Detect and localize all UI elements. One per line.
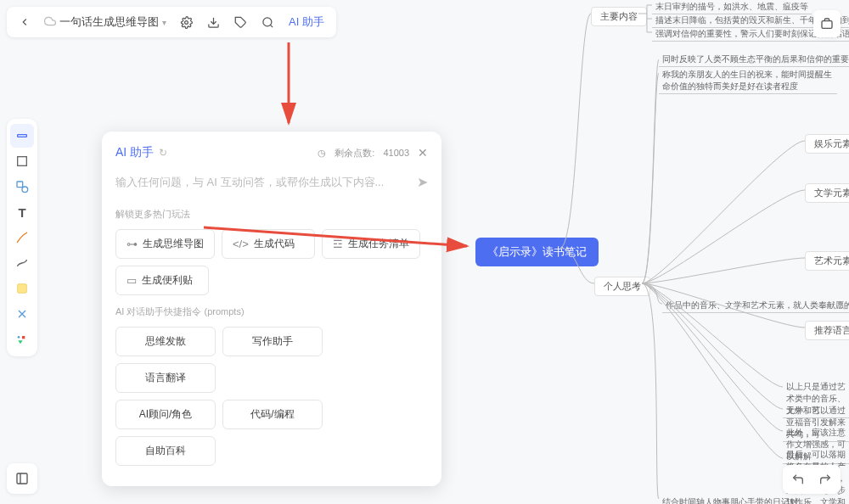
svg-marker-12 [18, 340, 22, 344]
send-button[interactable]: ➤ [417, 174, 428, 190]
tasklist-icon: ☲ [333, 238, 343, 250]
section-popular-label: 解锁更多热门玩法 [115, 208, 428, 221]
redo-button[interactable] [813, 468, 837, 490]
back-button[interactable] [12, 9, 37, 35]
svg-rect-13 [17, 473, 27, 484]
tool-frame[interactable] [10, 149, 34, 173]
prompt-translate-button[interactable]: 语言翻译 [115, 363, 216, 393]
tool-sticky[interactable] [10, 277, 34, 300]
mindmap-center-node[interactable]: 《启示录》读书笔记 [475, 238, 599, 266]
svg-rect-5 [18, 135, 27, 137]
tool-more[interactable] [10, 328, 34, 351]
svg-point-8 [22, 187, 28, 193]
remaining-count: 41003 [383, 148, 409, 158]
refresh-icon[interactable]: ↻ [159, 147, 167, 159]
prompt-writer-button[interactable]: 写作助手 [222, 327, 323, 356]
branch-personal-thoughts[interactable]: 个人思考 [594, 277, 650, 296]
svg-rect-11 [22, 336, 25, 339]
search-button[interactable] [255, 9, 280, 35]
leaf-node[interactable]: 作品中的音乐、文学和艺术元素，就人类奉献愿的得得很敬管 [662, 299, 849, 313]
chevron-down-icon: ▾ [162, 18, 166, 27]
leaf-node[interactable]: 同时反映了人类不顾生态平衡的后果和信仰的重要性 [659, 53, 849, 67]
remaining-label: 剩余点数: [335, 147, 374, 160]
undo-redo-bar [783, 465, 841, 494]
tool-connector[interactable] [10, 251, 34, 275]
section-prompts-label: AI 对话助手快捷指令 (prompts) [115, 305, 428, 318]
toolbox-button[interactable] [813, 10, 841, 37]
subnode-art[interactable]: 艺术元素 [805, 251, 849, 271]
svg-rect-17 [822, 21, 832, 29]
ai-assistant-link[interactable]: AI 助手 [282, 14, 331, 30]
tool-mindmap[interactable] [10, 302, 34, 326]
subnode-entertainment[interactable]: 娱乐元素 [805, 134, 849, 154]
left-toolbar: T [7, 119, 37, 356]
undo-button[interactable] [786, 468, 810, 490]
leaf-node[interactable]: 称我的亲朋友人的生日的祝来，能时间提醒生命价值的独特而美好是好在读者程度 [659, 68, 837, 94]
generate-code-button[interactable]: </> 生成代码 [222, 229, 315, 259]
leaf-node[interactable]: 结合时间轴人物事朋心手带的日记对 [659, 496, 801, 504]
tool-pen[interactable] [10, 226, 34, 249]
svg-point-10 [18, 336, 20, 339]
svg-line-4 [270, 25, 273, 27]
code-icon: </> [233, 238, 249, 250]
svg-point-3 [262, 17, 271, 25]
generate-tasklist-button[interactable]: ☲ 生成任务清单 [322, 229, 420, 259]
sticky-icon: ▭ [127, 274, 137, 287]
branch-main-content[interactable]: 主要内容 [591, 7, 647, 26]
subnode-literature[interactable]: 文学元素 [805, 183, 849, 203]
cloud-icon [44, 15, 56, 30]
tool-text[interactable]: T [10, 200, 34, 224]
tool-select[interactable] [10, 124, 34, 148]
svg-rect-9 [18, 284, 27, 294]
svg-rect-7 [17, 182, 23, 188]
prompt-diverge-button[interactable]: 思维发散 [115, 327, 216, 356]
prompt-consultant-button[interactable]: AI顾问/角色 [115, 400, 216, 429]
subnode-recommend[interactable]: 推荐语言 [805, 321, 849, 340]
outline-toggle-button[interactable] [7, 463, 37, 494]
document-title[interactable]: 一句话生成思维导图 ▾ [39, 14, 171, 30]
ai-prompt-input[interactable] [115, 171, 417, 193]
generate-mindmap-button[interactable]: ⊶ 生成思维导图 [115, 229, 215, 259]
document-title-text: 一句话生成思维导图 [59, 14, 159, 30]
prompt-encyclopedia-button[interactable]: 自助百科 [115, 436, 216, 466]
generate-sticky-button[interactable]: ▭ 生成便利贴 [115, 266, 209, 295]
export-button[interactable] [200, 9, 226, 35]
mindmap-icon: ⊶ [127, 238, 138, 250]
svg-rect-6 [18, 157, 27, 166]
top-toolbar: 一句话生成思维导图 ▾ AI 助手 [7, 7, 336, 37]
leaf-node[interactable]: 末日审判的描号，如洪水、地震、瘟疫等 [652, 0, 812, 14]
tag-button[interactable] [228, 9, 253, 35]
tool-shape[interactable] [10, 175, 34, 199]
clock-icon: ◷ [318, 148, 326, 159]
prompt-coding-button[interactable]: 代码/编程 [222, 400, 323, 429]
close-panel-button[interactable]: ✕ [418, 146, 428, 160]
ai-panel-title: AI 助手 ↻ [115, 145, 167, 160]
svg-point-0 [184, 20, 188, 24]
ai-assistant-panel: AI 助手 ↻ ◷ 剩余点数: 41003 ✕ ➤ 解锁更多热门玩法 ⊶ 生成思… [102, 132, 441, 486]
settings-button[interactable] [173, 9, 199, 35]
